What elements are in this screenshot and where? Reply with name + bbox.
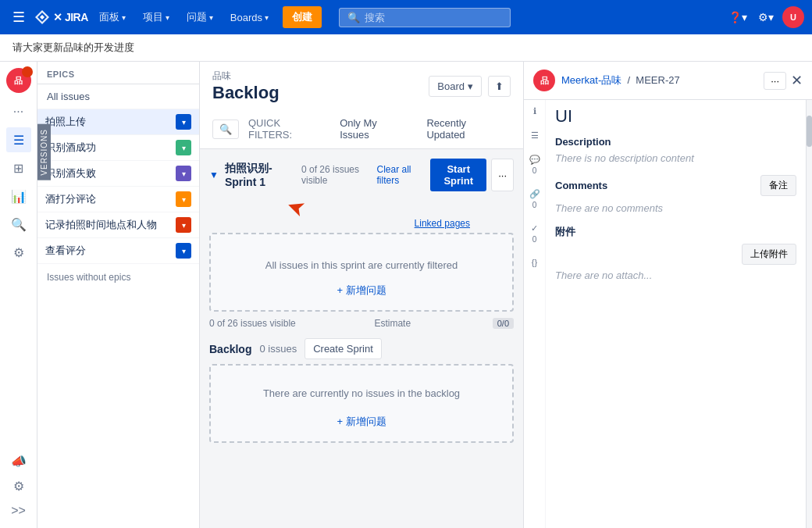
- epic-label-3: 酒打分评论: [45, 192, 176, 206]
- sprint-section: ▼ 拍照识别-Sprint 1 0 of 26 issues visible C…: [209, 159, 514, 332]
- epic-item-0[interactable]: 拍照上传 ▾: [37, 109, 199, 135]
- issues-without-epics[interactable]: Issues without epics: [37, 264, 199, 291]
- detail-issue-id[interactable]: MEER-27: [636, 74, 679, 86]
- hamburger-menu[interactable]: ☰: [8, 5, 30, 29]
- create-button[interactable]: 创建: [283, 6, 322, 28]
- detail-content-col: UI Description There is no description c…: [546, 100, 806, 528]
- board-title-row: 品味 Backlog Board ▾ ⬆: [212, 70, 511, 103]
- search-icon: 🔍: [347, 12, 360, 23]
- sprint-toggle[interactable]: ▼: [209, 169, 219, 180]
- detail-icon-links[interactable]: 🔗 0: [529, 189, 540, 209]
- detail-more-button[interactable]: ···: [764, 72, 786, 90]
- sprint-issues-visible: 0 of 26 issues visible: [301, 164, 370, 186]
- detail-project-link[interactable]: Meerkat-品味: [561, 74, 621, 86]
- sprint-actions: Start Sprint ···: [430, 159, 514, 191]
- detail-close-button[interactable]: ✕: [791, 72, 803, 90]
- filter-only-my-issues[interactable]: Only My Issues: [335, 114, 412, 144]
- sidebar-icon-admin[interactable]: ⚙: [6, 473, 31, 498]
- epics-panel: EPICS All issues 拍照上传 ▾ 识别酒成功 ▾ 识别酒失败 ▾ …: [37, 62, 200, 528]
- filters-row: 🔍 QUICK FILTERS: Only My Issues Recently…: [212, 108, 511, 148]
- sprint-add-issue-wrap: + 新增问题: [223, 284, 500, 298]
- sprint-header: ▼ 拍照识别-Sprint 1 0 of 26 issues visible C…: [209, 159, 514, 191]
- quick-filter-label: QUICK FILTERS:: [248, 117, 326, 141]
- sidebar-icon-search[interactable]: 🔍: [6, 212, 31, 237]
- epic-color-2[interactable]: ▾: [176, 166, 191, 181]
- help-button[interactable]: ❓▾: [726, 5, 750, 29]
- detail-breadcrumb: Meerkat-品味 / MEER-27: [561, 73, 680, 87]
- sidebar-icon-reports[interactable]: 📊: [6, 184, 31, 209]
- linked-pages-wrap: Linked pages: [209, 216, 514, 230]
- sidebar-icon-settings[interactable]: ⚙: [6, 240, 31, 265]
- search-bar[interactable]: 🔍: [339, 8, 511, 27]
- detail-avatar: 品: [533, 70, 555, 91]
- board-button[interactable]: Board ▾: [429, 76, 482, 97]
- start-sprint-button[interactable]: Start Sprint: [430, 159, 486, 191]
- epic-color-0[interactable]: ▾: [176, 114, 191, 130]
- board-collapse-button[interactable]: ⬆: [488, 76, 511, 97]
- upload-button[interactable]: 上传附件: [742, 244, 796, 265]
- sidebar-icon-menu[interactable]: ···: [6, 99, 31, 124]
- search-filter-button[interactable]: 🔍: [212, 120, 239, 139]
- sprint-clear-link[interactable]: Clear all filters: [376, 164, 424, 186]
- avatar-wrap[interactable]: 品: [6, 68, 31, 96]
- sidebar-icon-backlog[interactable]: ☰: [6, 127, 31, 152]
- detail-icon-description[interactable]: ☰: [531, 130, 539, 141]
- backlog-add-issue[interactable]: + 新增问题: [223, 415, 500, 429]
- sprint-filtered-msg: All issues in this sprint are currently …: [223, 247, 500, 277]
- nav-boards[interactable]: Boards ▾: [224, 9, 275, 27]
- epics-all-issues[interactable]: All issues: [37, 84, 199, 109]
- board-project: 品味: [212, 70, 280, 83]
- detail-icon-info[interactable]: ℹ: [533, 106, 536, 116]
- versions-tab[interactable]: VERSIONS: [37, 124, 51, 180]
- announce-text: 请大家更新品味的开发进度: [12, 41, 134, 53]
- epics-header: EPICS: [37, 62, 199, 84]
- detail-scrollbar[interactable]: [806, 100, 812, 528]
- comment-button[interactable]: 备注: [760, 175, 796, 196]
- nav-issues[interactable]: 问题 ▾: [180, 7, 219, 27]
- backlog-count: 0 issues: [259, 343, 297, 355]
- settings-button[interactable]: ⚙▾: [754, 5, 778, 29]
- epic-item-2[interactable]: 识别酒失败 ▾: [37, 161, 199, 187]
- epic-label-5: 查看评分: [45, 244, 176, 258]
- sprint-name: 拍照识别-Sprint 1: [225, 162, 295, 188]
- backlog-add-issue-wrap: + 新增问题: [223, 415, 500, 429]
- epic-color-1[interactable]: ▾: [176, 140, 191, 155]
- create-sprint-button[interactable]: Create Sprint: [304, 338, 382, 359]
- jira-logo-icon: [34, 9, 50, 25]
- epic-label-1: 识别酒成功: [45, 141, 176, 155]
- board-title-group: 品味 Backlog: [212, 70, 280, 103]
- sprint-footer: 0 of 26 issues visible Estimate 0/0: [209, 315, 514, 332]
- user-avatar[interactable]: U: [782, 6, 804, 28]
- epic-item-3[interactable]: 酒打分评论 ▾: [37, 187, 199, 212]
- search-input[interactable]: [365, 12, 474, 23]
- detail-icon-code[interactable]: {}: [532, 258, 537, 267]
- sprint-body: All issues in this sprint are currently …: [209, 233, 514, 312]
- link-count: 0: [532, 201, 537, 209]
- filter-recently-updated[interactable]: Recently Updated: [422, 114, 511, 144]
- nav-dashboard[interactable]: 面板 ▾: [93, 7, 132, 27]
- epic-label-4: 记录拍照时间地点和人物: [45, 218, 176, 232]
- epic-color-4[interactable]: ▾: [176, 217, 191, 233]
- sidebar-icon-expand[interactable]: >>: [6, 498, 31, 523]
- epic-item-4[interactable]: 记录拍照时间地点和人物 ▾: [37, 212, 199, 238]
- detail-description-header: Description: [555, 136, 796, 148]
- attach-empty: There are no attach...: [555, 269, 796, 281]
- sidebar-icon-notifications[interactable]: 📣: [6, 448, 31, 473]
- backlog-body: There are currently no issues in the bac…: [209, 364, 514, 443]
- backlog-header: Backlog 0 issues Create Sprint: [209, 338, 514, 359]
- code-icon: {}: [532, 258, 537, 267]
- nav-projects[interactable]: 项目 ▾: [137, 7, 176, 27]
- linked-pages-link[interactable]: Linked pages: [415, 218, 470, 229]
- sprint-add-issue[interactable]: + 新增问题: [223, 284, 500, 298]
- sidebar-icon-board[interactable]: ⊞: [6, 155, 31, 180]
- epic-item-1[interactable]: 识别酒成功 ▾: [37, 135, 199, 161]
- jira-logo[interactable]: ✕ JIRA: [34, 9, 88, 25]
- epic-color-5[interactable]: ▾: [176, 243, 191, 259]
- detail-icon-comments[interactable]: 💬 0: [529, 155, 540, 175]
- detail-icon-checklist[interactable]: ✓ 0: [531, 223, 538, 244]
- epic-item-5[interactable]: 查看评分 ▾: [37, 238, 199, 264]
- sprint-more-button[interactable]: ···: [491, 159, 514, 191]
- detail-inner: ℹ ☰ 💬 0 🔗 0 ✓ 0 {}: [524, 100, 812, 528]
- epic-color-3[interactable]: ▾: [176, 191, 191, 207]
- backlog-section: Backlog 0 issues Create Sprint There are…: [209, 338, 514, 443]
